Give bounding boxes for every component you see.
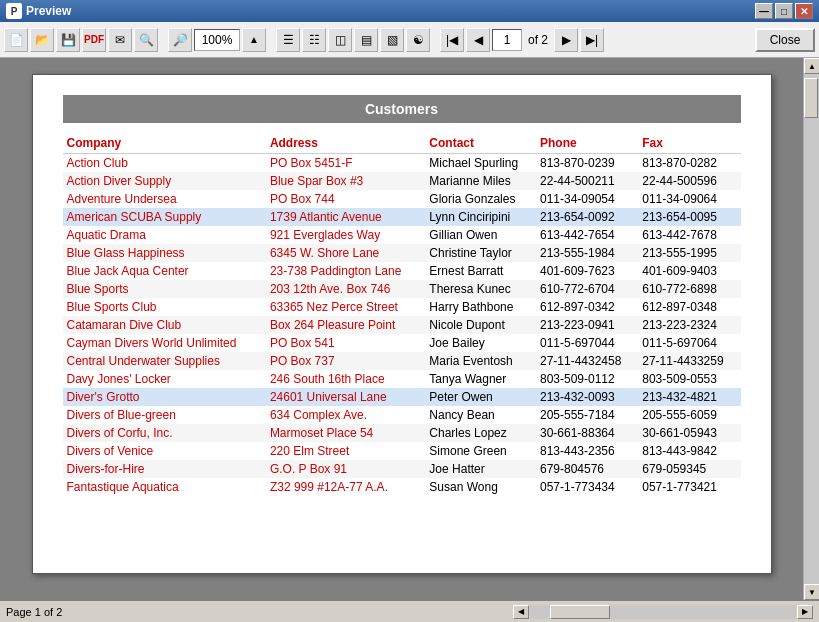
cell-0: Davy Jones' Locker	[63, 370, 266, 388]
save-button[interactable]: 💾	[56, 28, 80, 52]
cell-3: 205-555-7184	[536, 406, 638, 424]
cell-0: Cayman Divers World Unlimited	[63, 334, 266, 352]
window-title: Preview	[26, 4, 755, 18]
cell-3: 213-654-0092	[536, 208, 638, 226]
col-phone: Phone	[536, 133, 638, 154]
cell-1: G.O. P Box 91	[266, 460, 425, 478]
separator-3	[432, 28, 438, 52]
scroll-track-v[interactable]	[804, 74, 819, 584]
email-button[interactable]: ✉	[108, 28, 132, 52]
zoom-input[interactable]: 100%	[194, 29, 240, 51]
view-button-3[interactable]: ◫	[328, 28, 352, 52]
close-button[interactable]: Close	[755, 28, 815, 52]
table-row: Divers of Blue-green634 Complex Ave.Nanc…	[63, 406, 741, 424]
cell-3: 213-555-1984	[536, 244, 638, 262]
cell-4: 401-609-9403	[638, 262, 740, 280]
cell-4: 803-509-0553	[638, 370, 740, 388]
cell-2: Harry Bathbone	[425, 298, 536, 316]
cell-2: Charles Lopez	[425, 424, 536, 442]
table-row: Blue Sports Club63365 Nez Perce StreetHa…	[63, 298, 741, 316]
cell-3: 803-509-0112	[536, 370, 638, 388]
view-button-1[interactable]: ☰	[276, 28, 300, 52]
table-row: Central Underwater SuppliesPO Box 737Mar…	[63, 352, 741, 370]
cell-2: Simone Green	[425, 442, 536, 460]
prev-page-button[interactable]: ◀	[466, 28, 490, 52]
table-row: Blue Glass Happiness6345 W. Shore LaneCh…	[63, 244, 741, 262]
report-table: Company Address Contact Phone Fax Action…	[63, 133, 741, 496]
window-close-button[interactable]: ✕	[795, 3, 813, 19]
table-row: Davy Jones' Locker246 South 16th PlaceTa…	[63, 370, 741, 388]
cell-2: Marianne Miles	[425, 172, 536, 190]
cell-0: Blue Sports	[63, 280, 266, 298]
vertical-scrollbar[interactable]: ▲ ▼	[803, 58, 819, 600]
cell-1: PO Box 5451-F	[266, 154, 425, 173]
table-row: Fantastique AquaticaZ32 999 #12A-77 A.A.…	[63, 478, 741, 496]
cell-4: 813-443-9842	[638, 442, 740, 460]
cell-0: Aquatic Drama	[63, 226, 266, 244]
cell-3: 011-34-09054	[536, 190, 638, 208]
view-button-5[interactable]: ▧	[380, 28, 404, 52]
cell-1: Marmoset Place 54	[266, 424, 425, 442]
cell-2: Maria Eventosh	[425, 352, 536, 370]
app-icon: P	[6, 3, 22, 19]
horizontal-scrollbar[interactable]: ◀ ▶	[513, 605, 813, 619]
document-area: Customers Company Address Contact Phone …	[0, 58, 803, 600]
cell-4: 22-44-500596	[638, 172, 740, 190]
scroll-right-button[interactable]: ▶	[797, 605, 813, 619]
cell-2: Ernest Barratt	[425, 262, 536, 280]
cell-3: 613-442-7654	[536, 226, 638, 244]
scroll-track-h[interactable]	[530, 605, 796, 619]
view-button-2[interactable]: ☷	[302, 28, 326, 52]
cell-0: Divers of Blue-green	[63, 406, 266, 424]
cell-3: 27-11-4432458	[536, 352, 638, 370]
cell-1: 246 South 16th Place	[266, 370, 425, 388]
status-bar: Page 1 of 2 ◀ ▶	[0, 600, 819, 622]
cell-3: 813-443-2356	[536, 442, 638, 460]
table-row: Divers-for-HireG.O. P Box 91Joe Hatter67…	[63, 460, 741, 478]
table-row: Blue Jack Aqua Center23-738 Paddington L…	[63, 262, 741, 280]
scroll-left-button[interactable]: ◀	[513, 605, 529, 619]
cell-1: 220 Elm Street	[266, 442, 425, 460]
cell-2: Joe Bailey	[425, 334, 536, 352]
table-row: Adventure UnderseaPO Box 744Gloria Gonza…	[63, 190, 741, 208]
cell-3: 30-661-88364	[536, 424, 638, 442]
scroll-down-button[interactable]: ▼	[804, 584, 819, 600]
table-row: American SCUBA Supply1739 Atlantic Avenu…	[63, 208, 741, 226]
scroll-thumb-v[interactable]	[804, 78, 818, 118]
cell-2: Gloria Gonzales	[425, 190, 536, 208]
cell-4: 011-34-09064	[638, 190, 740, 208]
scroll-thumb-h[interactable]	[550, 605, 610, 619]
col-company: Company	[63, 133, 266, 154]
cell-1: 24601 Universal Lane	[266, 388, 425, 406]
pdf-button[interactable]: PDF	[82, 28, 106, 52]
cell-2: Joe Hatter	[425, 460, 536, 478]
cell-2: Gillian Owen	[425, 226, 536, 244]
next-page-button[interactable]: ▶	[554, 28, 578, 52]
zoom-in-button[interactable]: ▲	[242, 28, 266, 52]
cell-0: Blue Sports Club	[63, 298, 266, 316]
last-page-button[interactable]: ▶|	[580, 28, 604, 52]
cell-1: PO Box 541	[266, 334, 425, 352]
open-button[interactable]: 📂	[30, 28, 54, 52]
cell-0: Central Underwater Supplies	[63, 352, 266, 370]
view-button-6[interactable]: ☯	[406, 28, 430, 52]
cell-4: 612-897-0348	[638, 298, 740, 316]
minimize-button[interactable]: —	[755, 3, 773, 19]
cell-0: Action Diver Supply	[63, 172, 266, 190]
zoom-out-button[interactable]: 🔎	[168, 28, 192, 52]
cell-4: 205-555-6059	[638, 406, 740, 424]
col-address: Address	[266, 133, 425, 154]
new-button[interactable]: 📄	[4, 28, 28, 52]
view-button-4[interactable]: ▤	[354, 28, 378, 52]
table-body: Action ClubPO Box 5451-FMichael Spurling…	[63, 154, 741, 497]
cell-3: 22-44-500211	[536, 172, 638, 190]
first-page-button[interactable]: |◀	[440, 28, 464, 52]
scroll-up-button[interactable]: ▲	[804, 58, 819, 74]
cell-4: 213-432-4821	[638, 388, 740, 406]
page-number-input[interactable]: 1	[492, 29, 522, 51]
cell-0: Action Club	[63, 154, 266, 173]
maximize-button[interactable]: □	[775, 3, 793, 19]
zoom-container: 100%	[194, 29, 240, 51]
table-row: Cayman Divers World UnlimitedPO Box 541J…	[63, 334, 741, 352]
search-button[interactable]: 🔍	[134, 28, 158, 52]
